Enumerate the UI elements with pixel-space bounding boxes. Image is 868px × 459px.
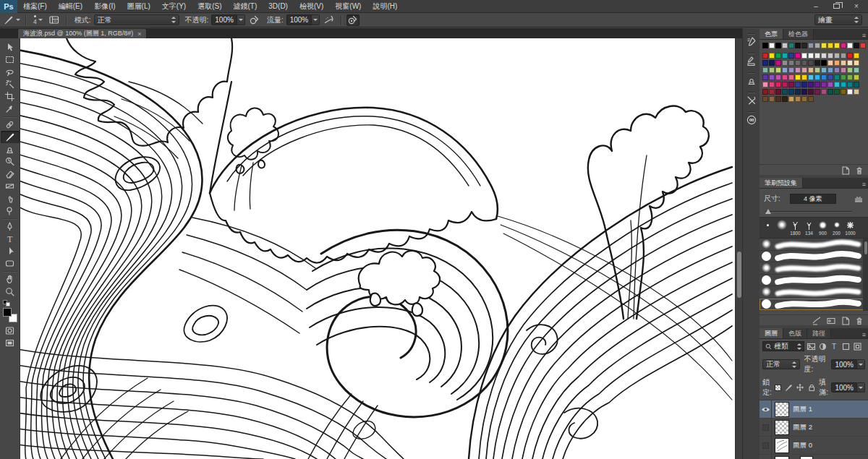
tool-rectangular-marquee[interactable]	[1, 53, 20, 66]
tab-layers[interactable]: 圖層	[760, 328, 783, 338]
swatch[interactable]	[788, 60, 794, 66]
tool-zoom[interactable]	[1, 286, 20, 298]
brush-tip[interactable]	[775, 219, 788, 238]
menu-item-0[interactable]: 檔案(F)	[17, 0, 53, 13]
swatch[interactable]	[762, 43, 768, 48]
tool-move[interactable]	[1, 41, 20, 53]
new-swatch-icon[interactable]	[841, 166, 850, 175]
swatch[interactable]	[834, 53, 840, 59]
tool-history-brush[interactable]	[1, 155, 20, 168]
foreground-color-swatch[interactable]	[3, 308, 12, 317]
brush-preset-row[interactable]	[760, 262, 868, 275]
swatch[interactable]	[801, 67, 807, 73]
menu-item-7[interactable]: 3D(D)	[263, 0, 294, 13]
brush-preset-row[interactable]	[760, 239, 868, 251]
swatch[interactable]	[775, 67, 781, 73]
swatch[interactable]	[821, 89, 827, 95]
swatch[interactable]	[782, 53, 788, 59]
swatch[interactable]	[788, 43, 794, 48]
screen-mode-button[interactable]	[1, 337, 20, 349]
swatch[interactable]	[801, 60, 807, 66]
swatch[interactable]	[788, 96, 794, 102]
swatch[interactable]	[841, 67, 846, 73]
toggle-stroke-preview-icon[interactable]	[812, 316, 822, 325]
swatch[interactable]	[814, 74, 820, 80]
open-preset-manager-icon[interactable]	[826, 316, 836, 325]
swatch[interactable]	[814, 89, 820, 95]
swatch[interactable]	[847, 67, 853, 73]
swatch[interactable]	[834, 89, 840, 95]
swatch[interactable]	[814, 67, 820, 73]
lock-all-icon[interactable]	[807, 383, 816, 392]
tool-gradient[interactable]	[1, 180, 20, 192]
swatch[interactable]	[808, 43, 814, 48]
swatch[interactable]	[827, 53, 833, 59]
swatch[interactable]	[801, 43, 807, 48]
swatch[interactable]	[814, 82, 820, 87]
dock-clone-source-button[interactable]	[744, 72, 759, 89]
tool-magic-wand[interactable]	[1, 78, 20, 90]
layer-thumbnail[interactable]	[775, 420, 789, 435]
swatch[interactable]	[808, 82, 814, 87]
panel-menu-icon[interactable]: ≡	[862, 331, 868, 338]
slider-track[interactable]	[765, 211, 852, 212]
tool-path-selection[interactable]	[1, 245, 20, 257]
swatch[interactable]	[847, 43, 853, 48]
swatch[interactable]	[827, 43, 833, 48]
opacity-dropdown-button[interactable]	[237, 14, 245, 25]
brush-size-slider[interactable]	[765, 209, 862, 215]
swatch[interactable]	[808, 74, 814, 80]
swatch[interactable]	[762, 67, 768, 73]
layer-row[interactable]: 色彩填色 1	[760, 455, 868, 459]
menu-item-8[interactable]: 檢視(V)	[294, 0, 329, 13]
swatch[interactable]	[801, 96, 807, 102]
swatch[interactable]	[782, 89, 788, 95]
canvas[interactable]	[20, 38, 735, 459]
visibility-toggle[interactable]	[760, 419, 772, 437]
visibility-toggle[interactable]	[760, 400, 772, 419]
swatch[interactable]	[814, 43, 820, 48]
menu-item-1[interactable]: 編輯(E)	[53, 0, 88, 13]
swatch[interactable]	[762, 74, 768, 80]
brush-tip[interactable]: 200	[830, 219, 843, 238]
swatch[interactable]	[788, 67, 794, 73]
swatch[interactable]	[762, 82, 768, 87]
swatch[interactable]	[769, 82, 775, 87]
brush-size-field[interactable]: 4 像素	[790, 194, 836, 204]
swatch[interactable]	[841, 53, 846, 59]
swatch[interactable]	[860, 43, 866, 48]
swatch[interactable]	[795, 60, 801, 66]
swatch[interactable]	[841, 89, 846, 95]
tab-channels[interactable]: 色版	[783, 328, 807, 338]
lock-transparency-icon[interactable]	[775, 383, 781, 392]
lock-position-icon[interactable]	[796, 383, 804, 392]
menu-item-2[interactable]: 影像(I)	[88, 0, 121, 13]
tool-crop[interactable]	[1, 90, 20, 103]
scrollbar-thumb[interactable]	[737, 252, 741, 298]
tool-spot-healing-brush[interactable]	[1, 119, 20, 131]
swatch[interactable]	[795, 89, 801, 95]
swatch[interactable]	[841, 82, 846, 87]
dock-tool-presets-button[interactable]	[744, 52, 759, 69]
swatch[interactable]	[782, 74, 788, 80]
swatch[interactable]	[834, 82, 840, 87]
swatch[interactable]	[808, 89, 814, 95]
tool-pen[interactable]	[1, 220, 20, 233]
swatch[interactable]	[762, 60, 768, 66]
layer-fill-combo[interactable]: 100%	[831, 382, 865, 392]
swatch[interactable]	[854, 89, 859, 95]
swatch[interactable]	[847, 74, 853, 80]
tab-close-icon[interactable]: ×	[137, 30, 141, 38]
layer-thumbnail[interactable]	[775, 402, 789, 417]
dock-brush-panel-button[interactable]	[744, 33, 759, 50]
layer-row[interactable]: 圖層 0	[760, 437, 868, 455]
swatch[interactable]	[834, 74, 840, 80]
swatch[interactable]	[854, 60, 859, 66]
brush-tip[interactable]: 134	[802, 219, 816, 238]
swatch[interactable]	[834, 67, 840, 73]
filter-type-layers-icon[interactable]: T	[830, 342, 839, 351]
brush-list-scrollbar[interactable]	[863, 239, 868, 311]
swatch[interactable]	[762, 96, 768, 102]
swatch[interactable]	[795, 96, 801, 102]
swatch[interactable]	[782, 60, 788, 66]
